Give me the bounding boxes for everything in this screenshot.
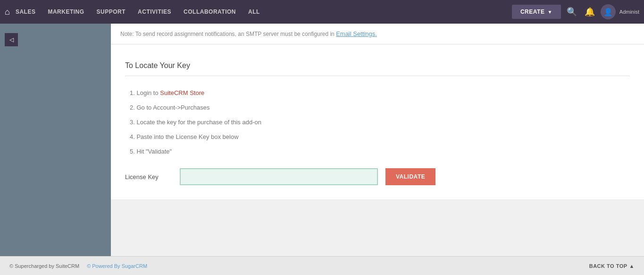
content-card: To Locate Your Key 1. Login to SuiteCRM …: [111, 44, 644, 199]
license-key-row: License Key VALIDATE: [125, 168, 630, 185]
note-prefix: Note: To send record assignment notifica…: [120, 31, 336, 37]
license-key-input[interactable]: [180, 168, 378, 185]
sidebar-toggle-button[interactable]: ◁: [5, 33, 18, 46]
notifications-button[interactable]: 🔔: [583, 5, 597, 19]
step-1-number: 1. Login to: [130, 89, 160, 96]
step-1: 1. Login to SuiteCRM Store: [130, 86, 630, 100]
step-3-text: 3. Locate the key for the purchase of th…: [130, 119, 261, 126]
steps-list: 1. Login to SuiteCRM Store 2. Go to Acco…: [125, 86, 630, 159]
sidebar: ◁: [0, 24, 111, 256]
step-3: 3. Locate the key for the purchase of th…: [130, 115, 630, 129]
license-key-label: License Key: [125, 173, 172, 180]
step-5-text: 5. Hit "Validate": [130, 148, 172, 155]
back-to-top-icon: ▲: [629, 263, 635, 269]
nav-right: CREATE ▼ 🔍 🔔 👤 Administ: [512, 4, 639, 19]
back-to-top-label: BACK TO TOP: [589, 263, 627, 269]
footer: © Supercharged by SuiteCRM © Powered By …: [0, 256, 644, 275]
footer-powered[interactable]: © Powered By SugarCRM: [87, 263, 147, 269]
email-settings-link[interactable]: Email Settings.: [336, 30, 377, 37]
step-2-text: 2. Go to Account->Purchases: [130, 104, 209, 111]
step-4-text: 4. Paste into the License Key box below: [130, 133, 239, 140]
nav-items: SALES MARKETING SUPPORT ACTIVITIES COLLA…: [15, 7, 512, 17]
nav-all[interactable]: ALL: [247, 7, 261, 17]
page-layout: ◁ Note: To send record assignment notifi…: [0, 24, 644, 256]
search-button[interactable]: 🔍: [565, 5, 579, 19]
footer-supercharged: © Supercharged by SuiteCRM: [9, 263, 79, 269]
nav-sales[interactable]: SALES: [15, 7, 37, 17]
top-navigation: ⌂ SALES MARKETING SUPPORT ACTIVITIES COL…: [0, 0, 644, 24]
step-5: 5. Hit "Validate": [130, 144, 630, 159]
footer-left: © Supercharged by SuiteCRM © Powered By …: [9, 263, 147, 269]
suitecrm-store-link[interactable]: SuiteCRM Store: [160, 89, 204, 96]
nav-collaboration[interactable]: COLLABORATION: [183, 7, 237, 17]
step-4: 4. Paste into the License Key box below: [130, 129, 630, 144]
validate-button[interactable]: VALIDATE: [385, 168, 435, 185]
step-2: 2. Go to Account->Purchases: [130, 100, 630, 115]
back-to-top-button[interactable]: BACK TO TOP ▲: [589, 263, 635, 269]
create-label: CREATE: [520, 9, 544, 15]
note-bar: Note: To send record assignment notifica…: [111, 24, 644, 44]
nav-activities[interactable]: ACTIVITIES: [137, 7, 172, 17]
nav-support[interactable]: SUPPORT: [96, 7, 127, 17]
home-icon[interactable]: ⌂: [5, 7, 10, 17]
admin-label: Administ: [619, 9, 639, 15]
create-button[interactable]: CREATE ▼: [512, 5, 561, 19]
create-dropdown-icon: ▼: [547, 9, 552, 15]
main-content: Note: To send record assignment notifica…: [111, 24, 644, 256]
user-avatar[interactable]: 👤: [601, 4, 616, 19]
section-title: To Locate Your Key: [125, 54, 630, 76]
nav-marketing[interactable]: MARKETING: [47, 7, 85, 17]
